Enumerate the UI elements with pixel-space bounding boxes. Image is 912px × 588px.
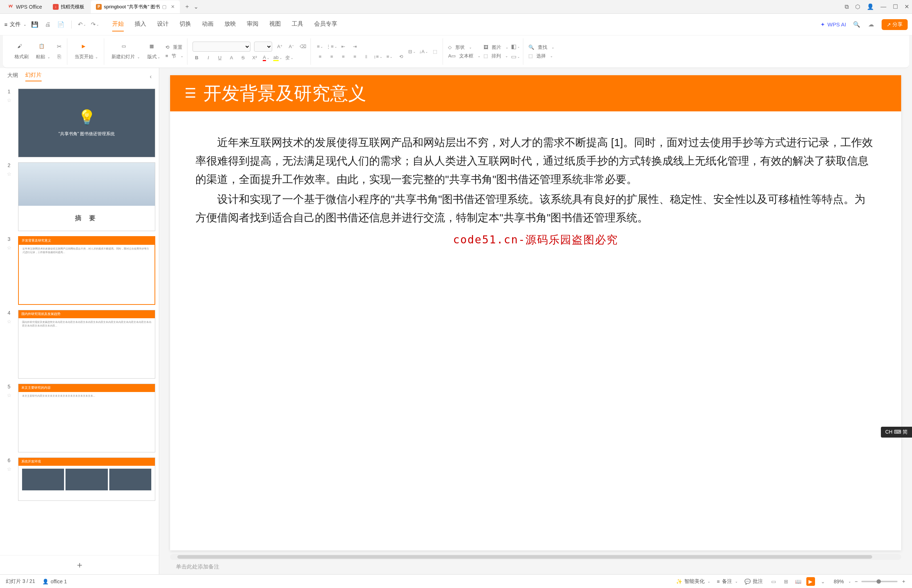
text-align-icon[interactable]: ⊟⌄: [408, 48, 416, 56]
decrease-font-icon[interactable]: A⁻: [287, 43, 295, 51]
select-button[interactable]: ⬚选择⌄: [528, 53, 554, 59]
layout-button[interactable]: ▦版式⌄: [145, 42, 162, 61]
tab-review[interactable]: 审阅: [247, 17, 258, 31]
new-tab[interactable]: ＋ ⌄: [184, 3, 198, 10]
shape-button[interactable]: ◇形状⌄: [448, 44, 481, 51]
paste-button[interactable]: 📋粘贴 ⌄: [34, 42, 52, 61]
columns-icon[interactable]: ⫴: [362, 53, 370, 61]
star-icon[interactable]: ☆: [7, 245, 11, 250]
strikethrough-icon[interactable]: S: [239, 54, 247, 62]
outline-icon[interactable]: ▭⌄: [511, 53, 519, 61]
reset-button[interactable]: ⟲重置: [165, 44, 184, 51]
format-painter-button[interactable]: 🖌格式刷: [12, 42, 31, 61]
zoom-slider[interactable]: [861, 581, 897, 582]
print-icon[interactable]: 🖨: [44, 21, 52, 29]
star-icon[interactable]: ☆: [7, 97, 11, 103]
star-icon[interactable]: ☆: [7, 171, 11, 177]
normal-view-icon[interactable]: ▭: [769, 577, 778, 586]
star-icon[interactable]: ☆: [7, 393, 11, 398]
slide-thumb-4[interactable]: 国内外研究现状及发展趋势 国内外研究现状及发展趋势文本内容文本内容文本内容文本内…: [18, 310, 155, 379]
star-icon[interactable]: ☆: [7, 318, 11, 325]
align-left-icon[interactable]: ≡: [316, 53, 324, 61]
close-window-icon[interactable]: ✕: [904, 3, 909, 10]
tab-document[interactable]: P springboot "共享书角" 图书 ▢ ✕: [91, 0, 180, 13]
slide-thumb-5[interactable]: 本文主要研究的内容 本文主要研究内容文本文本文本文本文本文本文本文本文本文本..…: [18, 384, 155, 452]
save-icon[interactable]: 💾: [31, 21, 39, 29]
tab-slideshow[interactable]: 放映: [224, 17, 236, 31]
arrange-button[interactable]: ⬚排列⌄: [483, 53, 509, 59]
tab-slides[interactable]: 幻灯片: [25, 72, 42, 81]
slide-canvas[interactable]: ☰ 开发背景及研究意义 近年来互联网技术的发展使得互联网产品和网站层出不穷，对人…: [170, 75, 901, 551]
zoom-in-icon[interactable]: ＋: [901, 578, 906, 585]
office-indicator[interactable]: 👤office 1: [42, 578, 67, 585]
text-vertical-icon[interactable]: ↓A⌄: [420, 48, 428, 56]
wps-ai-button[interactable]: ✦ WPS AI: [820, 21, 846, 28]
tab-view[interactable]: 视图: [269, 17, 281, 31]
slide-thumb-2[interactable]: 摘 要: [18, 162, 155, 231]
tab-animation[interactable]: 动画: [202, 17, 214, 31]
line-spacing-icon[interactable]: ↕≡⌄: [374, 53, 382, 61]
pinyin-icon[interactable]: 变⌄: [285, 54, 293, 62]
beautify-button[interactable]: ✨智能美化⌄: [676, 578, 710, 585]
maximize-icon[interactable]: ☐: [893, 3, 898, 10]
close-icon[interactable]: ✕: [171, 4, 175, 10]
decrease-indent-icon[interactable]: ⇤: [339, 43, 347, 51]
cut-icon[interactable]: ✂: [55, 43, 63, 51]
tab-design[interactable]: 设计: [157, 17, 168, 31]
tab-home[interactable]: 开始: [112, 17, 124, 31]
ime-indicator[interactable]: CH ⌨ 简: [881, 427, 912, 438]
new-slide-button[interactable]: ▭新建幻灯片 ⌄: [109, 42, 142, 61]
picture-button[interactable]: 🖼图片⌄: [483, 44, 509, 51]
zoom-out-icon[interactable]: −: [855, 578, 858, 585]
fill-icon[interactable]: ◧⌄: [511, 43, 519, 51]
zoom-level[interactable]: 89%: [834, 578, 844, 585]
section-button[interactable]: ≡节⌄: [165, 53, 184, 59]
slide-thumb-3[interactable]: 开发背景及研究意义 近年来互联网技术的发展使得互联网产品和网站层出不穷，对人才的…: [18, 236, 155, 305]
chevron-down-icon[interactable]: ⌄: [194, 3, 198, 10]
tab-present-icon[interactable]: ▢: [162, 4, 167, 10]
italic-icon[interactable]: I: [204, 54, 212, 62]
star-icon[interactable]: ☆: [7, 466, 11, 472]
tab-transition[interactable]: 切换: [180, 17, 191, 31]
plus-icon[interactable]: ＋: [184, 3, 190, 10]
font-a-icon[interactable]: A: [227, 54, 235, 62]
tab-outline[interactable]: 大纲: [7, 72, 18, 81]
collapse-icon[interactable]: ‹: [150, 73, 152, 80]
increase-indent-icon[interactable]: ⇥: [351, 43, 359, 51]
clear-format-icon[interactable]: ⌫: [299, 43, 307, 51]
smartart-icon[interactable]: ⬚: [431, 48, 439, 56]
tab-vip[interactable]: 会员专享: [314, 17, 337, 31]
number-list-icon[interactable]: ⋮≡⌄: [327, 43, 335, 51]
copy-icon[interactable]: ⎘: [55, 53, 63, 61]
slideshow-dd-icon[interactable]: ⌄: [819, 577, 827, 586]
preview-icon[interactable]: 📄: [57, 21, 65, 29]
app-logo[interactable]: WPS Office: [3, 3, 46, 10]
cloud-icon[interactable]: ☁: [867, 21, 875, 29]
slideshow-icon[interactable]: ▶: [806, 577, 815, 586]
slide-thumb-6[interactable]: 系统开发环境: [18, 457, 155, 501]
align-center-icon[interactable]: ≡: [327, 53, 335, 61]
reading-view-icon[interactable]: 📖: [794, 577, 803, 586]
search-icon[interactable]: 🔍: [853, 21, 860, 29]
redo-icon[interactable]: ↷⌄: [91, 21, 99, 29]
horizontal-scrollbar[interactable]: [170, 554, 901, 560]
text-direction-icon[interactable]: ⟲: [397, 53, 405, 61]
bullet-list-icon[interactable]: ≡⌄: [316, 43, 324, 51]
restore-icon[interactable]: ⧉: [845, 3, 849, 10]
sorter-view-icon[interactable]: ⊞: [782, 577, 791, 586]
font-family-select[interactable]: [193, 42, 250, 52]
chevron-down-icon[interactable]: ⌄: [848, 580, 851, 583]
font-size-select[interactable]: [254, 42, 272, 52]
comments-button[interactable]: 💬批注: [744, 578, 763, 585]
slide-thumb-1[interactable]: 💡 "共享书角" 图书借还管理系统: [18, 89, 155, 157]
tab-insert[interactable]: 插入: [134, 17, 146, 31]
undo-icon[interactable]: ↶⌄: [78, 21, 86, 29]
from-current-button[interactable]: ▶当页开始 ⌄: [72, 42, 100, 61]
minimize-icon[interactable]: —: [881, 3, 886, 10]
superscript-icon[interactable]: X²: [250, 54, 258, 62]
tab-template[interactable]: ↓ 找稻壳模板: [48, 0, 89, 13]
share-button[interactable]: ↗ 分享: [881, 19, 908, 30]
align-justify-icon[interactable]: ≡: [351, 53, 359, 61]
add-slide-button[interactable]: ＋: [0, 555, 159, 574]
paragraph-spacing-icon[interactable]: ≡⌄: [386, 53, 394, 61]
